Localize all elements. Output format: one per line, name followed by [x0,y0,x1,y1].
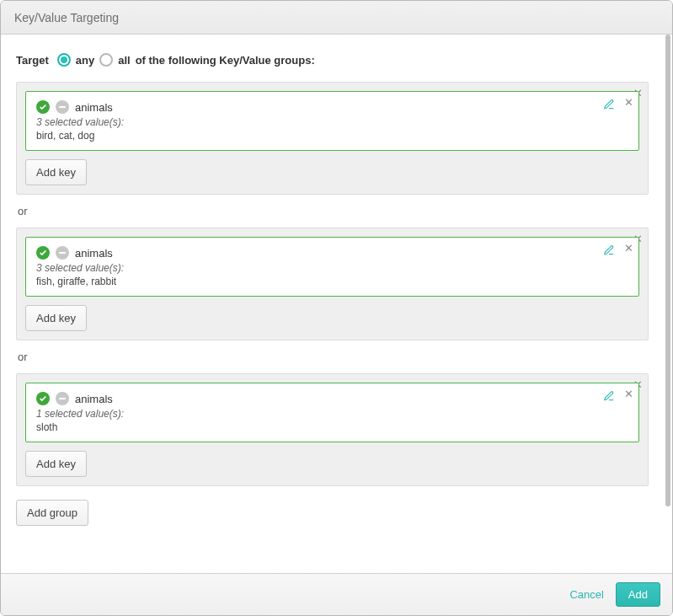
add-button[interactable]: Add [616,582,660,607]
key-head: animals [36,392,628,405]
close-icon[interactable]: ✕ [622,387,635,400]
add-group-button[interactable]: Add group [16,500,88,526]
dialog-header: Key/Value Targeting [1,1,672,35]
selected-count: 1 selected value(s): [36,408,628,420]
key-card: ✕ animals 3 selected value(s): bird, cat… [25,91,639,151]
cancel-button[interactable]: Cancel [569,588,603,601]
group-separator: or [18,205,649,217]
dialog-body: Target any all of the following Key/Valu… [1,35,664,573]
key-head: animals [36,100,628,114]
add-key-button[interactable]: Add key [25,159,87,185]
key-name: animals [75,393,113,405]
dialog-body-wrap: Target any all of the following Key/Valu… [1,35,672,573]
add-key-button[interactable]: Add key [25,451,87,477]
kv-group: ✕ ✕ animals 3 selected value(s): bird, [16,82,649,195]
dialog-title: Key/Value Targeting [14,11,119,24]
value-list: fish, giraffe, rabbit [36,276,628,287]
kv-group: ✕ ✕ animals 1 selected value(s): sloth [16,373,649,486]
key-card: ✕ animals 1 selected value(s): sloth [25,383,639,442]
target-label: Target [16,54,49,67]
dialog: Key/Value Targeting Target any all of th… [0,0,673,616]
pencil-icon[interactable] [603,99,615,114]
scrollbar-track[interactable] [664,35,672,573]
scrollbar-thumb[interactable] [665,35,670,506]
value-list: bird, cat, dog [36,130,628,142]
check-icon[interactable] [36,392,50,405]
key-name: animals [75,101,113,114]
selected-count: 3 selected value(s): [36,116,628,128]
pencil-icon[interactable] [603,244,615,260]
value-list: sloth [36,421,628,433]
dialog-footer: Cancel Add [1,573,672,615]
target-line: Target any all of the following Key/Valu… [16,53,649,67]
key-card: ✕ animals 3 selected value(s): fish, gir… [25,237,639,297]
radio-all-label: all [118,54,130,67]
close-icon[interactable]: ✕ [622,95,635,109]
target-tail: of the following Key/Value groups: [136,54,315,67]
check-icon[interactable] [36,246,50,260]
pencil-icon[interactable] [603,390,615,405]
radio-any[interactable] [57,53,71,67]
radio-all[interactable] [99,53,113,67]
key-head: animals [36,246,628,260]
selected-count: 3 selected value(s): [36,262,628,274]
kv-group: ✕ ✕ animals 3 selected value(s): fish, [16,228,649,340]
add-key-button[interactable]: Add key [25,305,87,331]
minus-icon[interactable] [56,100,69,114]
key-name: animals [75,247,113,260]
minus-icon[interactable] [56,246,69,260]
radio-any-label: any [76,54,94,67]
group-separator: or [18,351,649,363]
minus-icon[interactable] [56,392,69,405]
check-icon[interactable] [36,100,50,114]
close-icon[interactable]: ✕ [622,241,635,254]
